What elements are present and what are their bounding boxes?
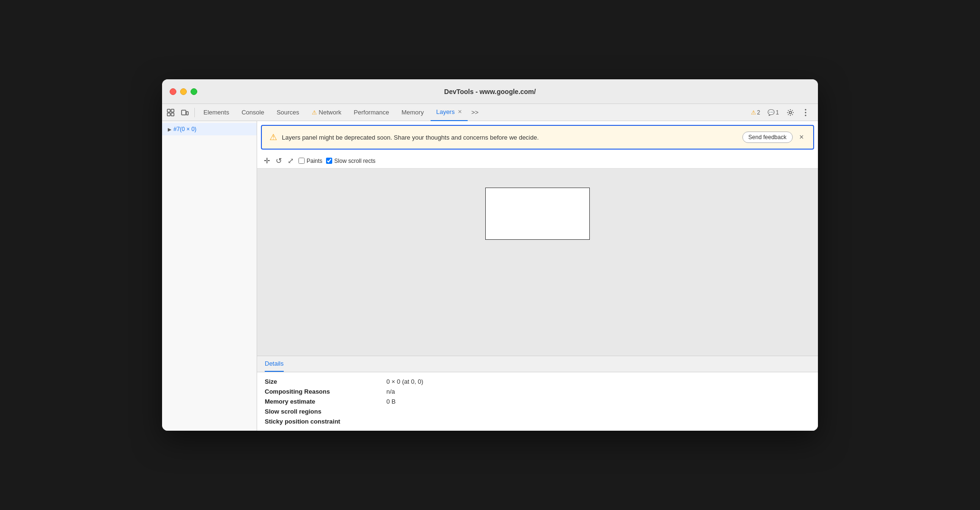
svg-point-6 <box>789 111 792 113</box>
more-tabs-button[interactable]: >> <box>469 109 481 116</box>
tab-console[interactable]: Console <box>236 104 270 121</box>
more-options-button[interactable] <box>799 106 812 119</box>
tab-details[interactable]: Details <box>265 356 284 372</box>
details-grid: Size 0 × 0 (at 0, 0) Compositing Reasons… <box>257 372 818 431</box>
element-picker-button[interactable] <box>164 106 177 119</box>
svg-rect-2 <box>167 113 170 116</box>
paints-checkbox[interactable] <box>298 158 305 164</box>
toolbar-divider <box>194 108 195 117</box>
compositing-value: n/a <box>386 388 810 395</box>
paints-label[interactable]: Paints <box>298 158 322 164</box>
tab-layers[interactable]: Layers ✕ <box>431 104 468 121</box>
info-icon: 💬 <box>768 109 775 116</box>
info-badge[interactable]: 💬 1 <box>765 108 782 117</box>
maximize-button[interactable] <box>191 88 197 95</box>
banner-close-button[interactable]: × <box>797 133 806 142</box>
layers-toolbar: ✛ ↺ ⤢ Paints Slow scroll rects <box>257 153 818 169</box>
svg-point-7 <box>805 109 807 110</box>
memory-label: Memory estimate <box>265 398 379 405</box>
banner-text: Layers panel might be deprecated soon. S… <box>282 134 738 141</box>
tab-network[interactable]: ⚠ Network <box>306 104 347 121</box>
send-feedback-button[interactable]: Send feedback <box>742 132 793 143</box>
svg-point-8 <box>805 112 807 113</box>
layer-rectangle <box>485 188 590 240</box>
warning-icon: ⚠ <box>751 109 756 116</box>
tab-sources[interactable]: Sources <box>271 104 305 121</box>
devtools-main: ▶ #7(0 × 0) ⚠ Layers panel might be depr… <box>162 121 818 431</box>
svg-rect-4 <box>182 110 186 115</box>
expand-icon: ▶ <box>168 127 172 132</box>
tab-performance[interactable]: Performance <box>348 104 394 121</box>
rotate-tool-icon[interactable]: ↺ <box>275 155 283 166</box>
slow-scroll-regions-value <box>386 408 810 415</box>
title-bar: DevTools - www.google.com/ <box>162 79 818 104</box>
banner-warning-icon: ⚠ <box>269 132 277 142</box>
device-mode-button[interactable] <box>178 106 192 119</box>
svg-rect-5 <box>186 112 188 115</box>
devtools-window: DevTools - www.google.com/ Elements Cons… <box>162 79 818 431</box>
window-title: DevTools - www.google.com/ <box>444 88 536 95</box>
close-button[interactable] <box>170 88 176 95</box>
network-warning-icon: ⚠ <box>312 109 317 116</box>
svg-point-9 <box>805 114 807 116</box>
canvas-area <box>257 169 818 356</box>
pan-tool-icon[interactable]: ✛ <box>263 155 271 166</box>
slow-scroll-label[interactable]: Slow scroll rects <box>326 158 375 164</box>
deprecation-banner: ⚠ Layers panel might be deprecated soon.… <box>261 125 814 150</box>
sidebar-item-layer1[interactable]: ▶ #7(0 × 0) <box>162 123 257 135</box>
svg-rect-1 <box>171 109 174 112</box>
layers-sidebar: ▶ #7(0 × 0) <box>162 121 257 431</box>
toolbar-right: ⚠ 2 💬 1 <box>748 106 816 119</box>
details-tab-bar: Details <box>257 356 818 372</box>
size-label: Size <box>265 378 379 385</box>
compositing-label: Compositing Reasons <box>265 388 379 395</box>
content-area: ⚠ Layers panel might be deprecated soon.… <box>257 121 818 431</box>
devtools-toolbar: Elements Console Sources ⚠ Network Perfo… <box>162 104 818 121</box>
minimize-button[interactable] <box>180 88 187 95</box>
reset-tool-icon[interactable]: ⤢ <box>287 155 295 166</box>
memory-value: 0 B <box>386 398 810 405</box>
sticky-value <box>386 418 810 425</box>
settings-button[interactable] <box>784 106 797 119</box>
svg-rect-3 <box>171 113 174 116</box>
svg-rect-0 <box>167 109 170 112</box>
slow-scroll-regions-label: Slow scroll regions <box>265 408 379 415</box>
warning-badge[interactable]: ⚠ 2 <box>748 108 763 117</box>
tab-layers-close[interactable]: ✕ <box>458 109 462 115</box>
tab-memory[interactable]: Memory <box>396 104 430 121</box>
tab-elements[interactable]: Elements <box>198 104 235 121</box>
details-section: Details Size 0 × 0 (at 0, 0) Compositing… <box>257 356 818 431</box>
traffic-lights <box>170 88 197 95</box>
size-value: 0 × 0 (at 0, 0) <box>386 378 810 385</box>
slow-scroll-checkbox[interactable] <box>326 158 332 164</box>
sticky-label: Sticky position constraint <box>265 418 379 425</box>
